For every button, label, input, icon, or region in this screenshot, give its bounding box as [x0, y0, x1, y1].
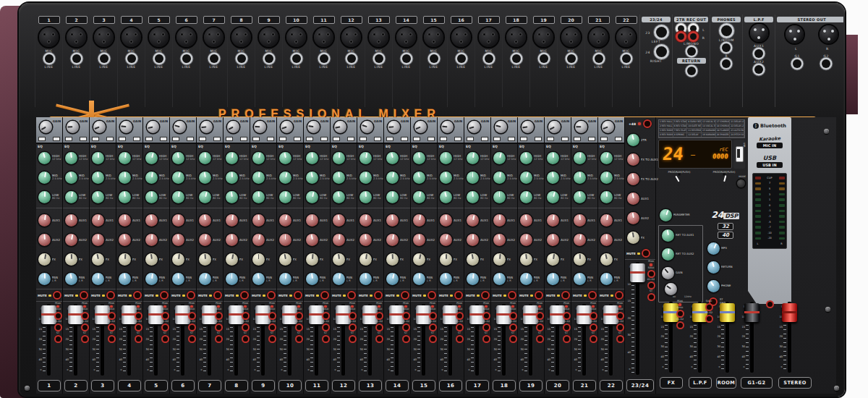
mid-knob[interactable] — [333, 172, 345, 184]
mute-led-button[interactable] — [320, 291, 329, 300]
gain-knob[interactable] — [307, 121, 320, 133]
low-knob[interactable] — [574, 191, 586, 203]
st-button[interactable] — [590, 335, 597, 343]
solo-button[interactable] — [215, 312, 223, 320]
aux1-knob[interactable] — [65, 214, 77, 226]
fader-handle[interactable] — [744, 303, 760, 322]
return-level-knob[interactable] — [707, 261, 720, 274]
high-knob[interactable] — [333, 152, 345, 164]
pan-knob[interactable] — [547, 273, 559, 285]
aux2-knob[interactable] — [279, 234, 292, 246]
high-knob[interactable] — [38, 152, 51, 164]
high-knob[interactable] — [493, 152, 506, 164]
aux1-knob[interactable] — [600, 214, 613, 226]
mute-led-button[interactable] — [213, 291, 222, 300]
g1-g2-button[interactable] — [108, 323, 116, 331]
g1-g2-button[interactable] — [705, 315, 713, 323]
st-button[interactable] — [242, 335, 250, 343]
fx-knob[interactable] — [199, 253, 211, 266]
fx-knob[interactable] — [440, 253, 452, 266]
low-knob[interactable] — [493, 191, 506, 203]
solo-button[interactable] — [482, 312, 490, 320]
pan-knob[interactable] — [574, 273, 586, 285]
mute-led-button[interactable] — [160, 291, 169, 300]
mute-led-button[interactable] — [267, 291, 276, 300]
aux1-knob[interactable] — [199, 214, 211, 226]
fx-knob[interactable] — [520, 253, 532, 266]
aux1-knob[interactable] — [172, 214, 184, 226]
pan-knob[interactable] — [199, 273, 211, 285]
mp3-level-knob[interactable] — [707, 242, 720, 255]
st-button[interactable] — [215, 335, 223, 343]
fx-knob[interactable] — [574, 253, 586, 266]
group-led[interactable] — [766, 300, 774, 308]
pan-knob[interactable] — [119, 273, 131, 285]
fx-knob[interactable] — [38, 253, 51, 266]
aux1-knob[interactable] — [413, 214, 425, 226]
low-knob[interactable] — [279, 191, 292, 203]
solo-button[interactable] — [456, 312, 464, 320]
lpf-freq-knob[interactable] — [665, 283, 677, 295]
aux1-knob[interactable] — [92, 214, 104, 226]
aux2-knob[interactable] — [252, 234, 265, 246]
g1-g2-button[interactable] — [81, 323, 89, 331]
solo-button[interactable] — [135, 312, 142, 320]
gain-knob[interactable] — [281, 121, 293, 133]
aux2-knob[interactable] — [92, 234, 104, 246]
low-knob[interactable] — [547, 191, 559, 203]
mid-knob[interactable] — [467, 172, 479, 184]
low-knob[interactable] — [145, 191, 158, 203]
fx-knob[interactable] — [172, 253, 184, 266]
g1-g2-button[interactable] — [375, 323, 383, 331]
aux1-knob[interactable] — [119, 214, 131, 226]
aux2-knob[interactable] — [493, 234, 506, 246]
mute-led-button[interactable] — [374, 291, 383, 300]
high-knob[interactable] — [145, 152, 158, 164]
low-knob[interactable] — [467, 191, 479, 203]
pan-knob[interactable] — [252, 273, 265, 285]
gain-knob[interactable] — [548, 121, 561, 133]
mid-knob[interactable] — [386, 172, 399, 184]
solo-button[interactable] — [322, 312, 330, 320]
solo-button[interactable] — [536, 312, 544, 320]
g1-g2-button[interactable] — [647, 281, 655, 289]
gain-knob[interactable] — [495, 121, 507, 133]
pan-knob[interactable] — [279, 273, 292, 285]
2tr-knob[interactable] — [627, 134, 639, 146]
gain-knob[interactable] — [575, 121, 587, 133]
aux2-knob[interactable] — [440, 234, 452, 246]
pan-knob[interactable] — [145, 273, 158, 285]
solo-button[interactable] — [295, 312, 303, 320]
ret-to-aux2-knob[interactable] — [662, 248, 674, 261]
mute-led-button[interactable] — [53, 291, 61, 300]
gain-knob[interactable] — [254, 121, 266, 133]
mute-led-button[interactable] — [508, 291, 516, 300]
st-button[interactable] — [161, 335, 169, 343]
phone-level-knob[interactable] — [707, 280, 720, 292]
st-button[interactable] — [81, 335, 89, 343]
low-knob[interactable] — [600, 191, 613, 203]
aux2-knob[interactable] — [306, 234, 318, 246]
g1-g2-button[interactable] — [349, 323, 357, 331]
st-button[interactable] — [402, 335, 410, 343]
phantom-button[interactable] — [643, 119, 652, 128]
mute-led-button[interactable] — [294, 291, 302, 300]
gain-knob[interactable] — [200, 121, 213, 133]
solo-button[interactable] — [509, 312, 517, 320]
st-button[interactable] — [375, 335, 383, 343]
solo-button[interactable] — [563, 312, 571, 320]
g1-g2-button[interactable] — [509, 323, 517, 331]
mute-led-button[interactable] — [401, 291, 409, 300]
fx-knob[interactable] — [145, 253, 158, 266]
high-knob[interactable] — [547, 152, 559, 164]
aux2-knob[interactable] — [199, 234, 211, 246]
aux2-knob[interactable] — [119, 234, 131, 246]
fx-knob[interactable] — [92, 253, 104, 266]
aux1-knob[interactable] — [279, 214, 292, 226]
mid-knob[interactable] — [547, 172, 559, 184]
aux2-knob[interactable] — [413, 234, 425, 246]
st-button[interactable] — [647, 293, 655, 301]
gain-knob[interactable] — [67, 121, 79, 133]
aux1-knob[interactable] — [359, 214, 372, 226]
st-button[interactable] — [322, 335, 330, 343]
